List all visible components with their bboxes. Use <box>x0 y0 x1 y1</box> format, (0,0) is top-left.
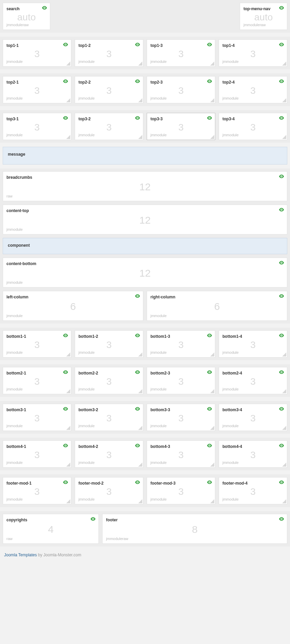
eye-icon[interactable] <box>207 407 212 411</box>
eye-icon[interactable] <box>63 79 68 83</box>
position-bottom1-2[interactable]: bottom1-23jmmodule <box>75 330 143 358</box>
eye-icon[interactable] <box>135 294 140 298</box>
position-footer[interactable]: footer8jmmoduleraw <box>102 514 287 544</box>
eye-icon[interactable] <box>279 517 284 521</box>
eye-icon[interactable] <box>63 480 68 484</box>
resize-handle[interactable] <box>66 98 70 102</box>
resize-handle[interactable] <box>138 135 142 139</box>
position-content-top[interactable]: content-top12jmmodule <box>3 205 287 234</box>
position-top-menu-nav[interactable]: top-menu-navautojmmoduleraw <box>240 3 287 30</box>
eye-icon[interactable] <box>207 333 212 337</box>
position-top1-2[interactable]: top1-23jmmodule <box>75 39 143 67</box>
position-top2-2[interactable]: top2-23jmmodule <box>75 76 143 103</box>
eye-icon[interactable] <box>279 333 284 337</box>
position-bottom4-2[interactable]: bottom4-23jmmodule <box>75 440 143 468</box>
resize-handle[interactable] <box>210 389 214 393</box>
position-bottom1-3[interactable]: bottom1-33jmmodule <box>147 330 215 358</box>
resize-handle[interactable] <box>66 135 70 139</box>
position-bottom2-4[interactable]: bottom2-43jmmodule <box>219 367 287 394</box>
position-left-column[interactable]: left-column6jmmodule <box>3 291 143 321</box>
resize-handle[interactable] <box>138 62 142 66</box>
resize-handle[interactable] <box>282 135 286 139</box>
position-right-column[interactable]: right-column6jmmodule <box>147 291 287 321</box>
position-top3-4[interactable]: top3-43jmmodule <box>219 113 287 140</box>
eye-icon[interactable] <box>63 443 68 448</box>
resize-handle[interactable] <box>282 499 286 503</box>
eye-icon[interactable] <box>135 480 140 484</box>
resize-handle[interactable] <box>210 463 214 467</box>
eye-icon[interactable] <box>63 407 68 411</box>
position-bottom3-4[interactable]: bottom3-43jmmodule <box>219 404 287 431</box>
resize-handle[interactable] <box>66 389 70 393</box>
resize-handle[interactable] <box>66 352 70 356</box>
eye-icon[interactable] <box>42 6 47 10</box>
resize-handle[interactable] <box>138 463 142 467</box>
position-top3-2[interactable]: top3-23jmmodule <box>75 113 143 140</box>
position-bottom3-3[interactable]: bottom3-33jmmodule <box>147 404 215 431</box>
resize-handle[interactable] <box>282 389 286 393</box>
eye-icon[interactable] <box>279 261 284 265</box>
position-bottom4-3[interactable]: bottom4-33jmmodule <box>147 440 215 468</box>
position-top3-1[interactable]: top3-13jmmodule <box>3 113 71 140</box>
resize-handle[interactable] <box>66 62 70 66</box>
eye-icon[interactable] <box>207 42 212 47</box>
eye-icon[interactable] <box>279 174 284 178</box>
resize-handle[interactable] <box>138 352 142 356</box>
eye-icon[interactable] <box>135 116 140 120</box>
resize-handle[interactable] <box>138 426 142 430</box>
position-bottom2-3[interactable]: bottom2-33jmmodule <box>147 367 215 394</box>
eye-icon[interactable] <box>135 407 140 411</box>
position-top2-1[interactable]: top2-13jmmodule <box>3 76 71 103</box>
position-bottom2-2[interactable]: bottom2-23jmmodule <box>75 367 143 394</box>
position-bottom1-4[interactable]: bottom1-43jmmodule <box>219 330 287 358</box>
eye-icon[interactable] <box>207 480 212 484</box>
resize-handle[interactable] <box>282 463 286 467</box>
eye-icon[interactable] <box>207 116 212 120</box>
eye-icon[interactable] <box>207 79 212 83</box>
position-bottom4-4[interactable]: bottom4-43jmmodule <box>219 440 287 468</box>
position-breadcrumbs[interactable]: breadcrumbs12raw <box>3 171 287 201</box>
resize-handle[interactable] <box>210 135 214 139</box>
eye-icon[interactable] <box>135 79 140 83</box>
position-top1-4[interactable]: top1-43jmmodule <box>219 39 287 67</box>
resize-handle[interactable] <box>282 62 286 66</box>
eye-icon[interactable] <box>279 6 284 10</box>
resize-handle[interactable] <box>138 389 142 393</box>
eye-icon[interactable] <box>279 480 284 484</box>
position-top1-3[interactable]: top1-33jmmodule <box>147 39 215 67</box>
eye-icon[interactable] <box>279 294 284 298</box>
resize-handle[interactable] <box>66 463 70 467</box>
resize-handle[interactable] <box>210 62 214 66</box>
resize-handle[interactable] <box>282 426 286 430</box>
position-top2-3[interactable]: top2-33jmmodule <box>147 76 215 103</box>
credits-link[interactable]: Joomla Templates <box>4 553 37 557</box>
position-footer-mod-3[interactable]: footer-mod-33jmmodule <box>147 477 215 504</box>
position-copyrights[interactable]: copyrights4raw <box>3 514 99 544</box>
position-bottom3-1[interactable]: bottom3-13jmmodule <box>3 404 71 431</box>
eye-icon[interactable] <box>207 443 212 448</box>
resize-handle[interactable] <box>210 352 214 356</box>
position-bottom3-2[interactable]: bottom3-23jmmodule <box>75 404 143 431</box>
eye-icon[interactable] <box>279 42 284 47</box>
position-footer-mod-2[interactable]: footer-mod-23jmmodule <box>75 477 143 504</box>
resize-handle[interactable] <box>138 98 142 102</box>
eye-icon[interactable] <box>279 407 284 411</box>
position-content-bottom[interactable]: content-bottom12jmmodule <box>3 258 287 288</box>
eye-icon[interactable] <box>279 443 284 448</box>
position-top2-4[interactable]: top2-43jmmodule <box>219 76 287 103</box>
eye-icon[interactable] <box>135 443 140 448</box>
eye-icon[interactable] <box>279 370 284 374</box>
resize-handle[interactable] <box>282 352 286 356</box>
eye-icon[interactable] <box>63 116 68 120</box>
position-component[interactable]: component <box>3 238 287 254</box>
position-bottom2-1[interactable]: bottom2-13jmmodule <box>3 367 71 394</box>
resize-handle[interactable] <box>210 499 214 503</box>
position-bottom4-1[interactable]: bottom4-13jmmodule <box>3 440 71 468</box>
position-footer-mod-1[interactable]: footer-mod-13jmmodule <box>3 477 71 504</box>
eye-icon[interactable] <box>63 370 68 374</box>
eye-icon[interactable] <box>135 370 140 374</box>
position-bottom1-1[interactable]: bottom1-13jmmodule <box>3 330 71 358</box>
resize-handle[interactable] <box>282 98 286 102</box>
position-search[interactable]: searchautojmmoduleraw <box>3 3 50 30</box>
eye-icon[interactable] <box>63 333 68 337</box>
